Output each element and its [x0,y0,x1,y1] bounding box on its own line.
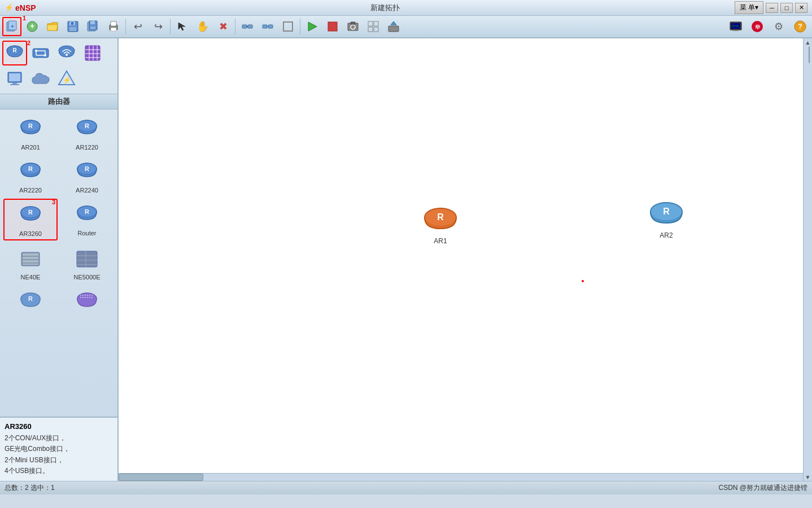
huawei-button[interactable]: 华 [748,17,767,36]
minimize-button[interactable]: ─ [766,3,778,13]
open-button[interactable] [43,17,62,36]
grid-button[interactable] [364,17,383,36]
svg-text:?: ? [798,23,802,30]
svg-text:+: + [30,21,34,30]
status-bar: 总数：2 选中：1 CSDN @努力就破通达进捷镗 [0,481,812,494]
device-router[interactable]: R Router [60,199,114,240]
app-logo: ⚡ eNSP [5,3,36,12]
pan-button[interactable]: ✋ [193,17,212,36]
category-cloud[interactable] [28,67,53,91]
category-wireless[interactable] [54,41,79,65]
svg-rect-46 [33,49,49,58]
device-ar1220[interactable]: R AR1220 [60,113,114,154]
svg-rect-20 [263,25,267,28]
status-count: 总数：2 选中：1 [5,483,55,493]
device-router-icon: R [73,202,101,229]
select-button[interactable] [173,17,192,36]
svg-text:R: R [663,207,670,216]
canvas-area[interactable]: R AR1 R AR2 [119,38,803,481]
svg-text:R: R [28,209,33,216]
device-ar2220[interactable]: R AR2220 [3,156,58,196]
svg-rect-28 [351,22,355,24]
info-panel: AR3260 2个CON/AUX接口， GE光电Combo接口， 2个Mini … [0,417,117,481]
svg-text:C:\>_: C:\>_ [732,24,741,28]
stop-all-button[interactable] [323,17,342,36]
device-ar1220-label: AR1220 [76,144,98,151]
svg-text:R: R [85,165,89,172]
svg-text:R: R [28,165,33,172]
new-topo-button[interactable]: + [2,17,21,36]
svg-rect-12 [90,27,95,29]
svg-rect-23 [283,22,293,31]
svg-rect-30 [374,21,378,26]
canvas-device-ar2[interactable]: R AR2 [647,199,686,239]
left-panel: R 2 [0,38,119,481]
canvas-ar1-icon: R [421,205,460,236]
category-other[interactable]: ⚡ [54,67,79,91]
device-ne40e[interactable]: NE40E [3,243,58,283]
right-scrollbar[interactable]: ▲ ▼ [803,38,812,481]
scroll-down-arrow[interactable]: ▼ [804,473,812,481]
svg-text:R: R [437,212,444,222]
category-router[interactable]: R 2 [2,41,27,65]
menu-button[interactable]: 菜 单▾ [735,1,763,14]
close-button[interactable]: ✕ [795,3,807,13]
svg-rect-14 [111,21,116,26]
sidebar-section-title: 路由器 [0,94,117,110]
device-ar201-icon: R [17,116,44,143]
svg-rect-63 [9,73,20,81]
svg-point-16 [115,26,117,28]
window-title: 新建拓扑 [36,3,735,13]
custom-link-button[interactable] [258,17,277,36]
scroll-up-arrow[interactable]: ▲ [804,38,812,46]
print-button[interactable] [104,17,123,36]
device-ar2220-icon: R [17,159,44,186]
svg-rect-90 [23,264,38,265]
main-content: R 2 [0,38,812,481]
canvas-scrollbar[interactable] [119,473,803,481]
svg-text:R: R [85,208,89,215]
category-pc[interactable] [2,67,27,91]
device-ar201[interactable]: R AR201 [3,113,58,154]
category-firewall[interactable] [80,41,105,65]
device-ar2220-label: AR2220 [19,187,42,194]
import-button[interactable] [384,17,403,36]
svg-rect-25 [328,22,337,31]
svg-text:+: + [11,24,14,29]
device-extra2[interactable] [60,286,114,318]
save-button[interactable] [63,17,82,36]
redo-button[interactable]: ↪ [149,17,168,36]
device-ar3260-label: AR3260 [19,230,42,237]
svg-point-51 [35,50,37,52]
router-cat-badge: 2 [27,40,30,46]
console-button[interactable]: C:\>_ [726,17,745,36]
maximize-button[interactable]: □ [780,3,793,13]
title-bar: ⚡ eNSP 新建拓扑 菜 单▾ ─ □ ✕ [0,0,812,16]
svg-rect-32 [374,27,378,32]
device-ne5000e-icon [73,246,101,273]
settings-button[interactable]: ⚙ [769,17,788,36]
delete-button[interactable]: ✖ [213,17,233,36]
category-switch[interactable] [28,41,53,65]
svg-rect-89 [23,260,38,262]
capture-button[interactable] [343,17,363,36]
svg-rect-65 [10,84,19,85]
undo-button[interactable]: ↩ [128,17,147,36]
save-as-button[interactable] [84,17,103,36]
device-ne5000e[interactable]: NE5000E [60,243,114,283]
help-button[interactable]: ? [791,17,810,36]
canvas-ar1-label: AR1 [434,237,447,245]
device-ar2240[interactable]: R AR2240 [60,156,114,196]
device-extra1[interactable]: R [3,286,58,318]
rectangle-button[interactable] [278,17,298,36]
canvas-ar2-label: AR2 [660,231,673,239]
svg-text:R: R [85,122,89,129]
device-ar3260[interactable]: R AR3260 3 [3,199,58,240]
svg-marker-24 [308,22,317,31]
ar3260-badge: 3 [52,199,55,205]
svg-point-52 [44,54,46,56]
svg-text:华: 华 [754,24,761,30]
canvas-device-ar1[interactable]: R AR1 [421,205,460,245]
link-button[interactable] [238,17,257,36]
start-all-button[interactable] [303,17,322,36]
